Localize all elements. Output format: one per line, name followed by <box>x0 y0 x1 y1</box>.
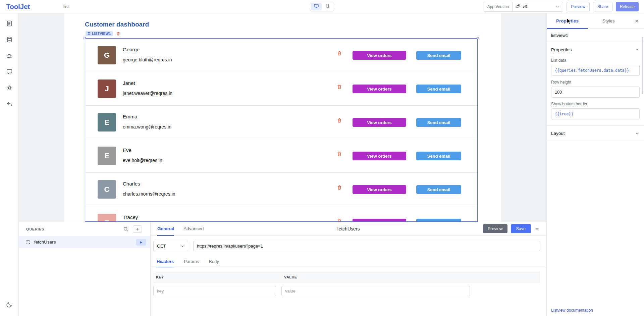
send-email-button[interactable]: Send email <box>416 118 461 127</box>
layout-section-label: Layout <box>551 131 565 136</box>
row-height-label: Row height <box>551 80 640 85</box>
send-email-button[interactable]: Send email <box>416 152 461 160</box>
version-dropdown[interactable]: v3 <box>512 2 563 12</box>
delete-row-icon[interactable] <box>337 218 342 222</box>
view-orders-button[interactable]: View orders <box>353 152 406 160</box>
chevron-up-icon <box>635 47 640 52</box>
tab-body[interactable]: Body <box>208 256 220 267</box>
tooljet-logo[interactable]: ToolJet <box>6 3 30 11</box>
row-height-input[interactable] <box>551 87 640 98</box>
customer-email: george.bluth@reqres.in <box>123 57 172 62</box>
avatar: C <box>98 180 116 199</box>
search-query-icon[interactable] <box>123 226 128 232</box>
view-orders-button[interactable]: View orders <box>353 185 406 194</box>
list-item[interactable]: E Emma emma.wong@reqres.in View orders S… <box>85 106 477 139</box>
customer-name: Tracey <box>123 214 138 220</box>
delete-widget-icon[interactable] <box>116 32 120 36</box>
list-item[interactable]: G George george.bluth@reqres.in View ord… <box>85 39 477 72</box>
delete-row-icon[interactable] <box>337 84 342 90</box>
rest-api-icon <box>25 240 31 245</box>
debugger-icon[interactable] <box>3 49 16 62</box>
listview-documentation-link[interactable]: Listview documentation <box>551 308 593 313</box>
list-item[interactable]: C Charles charles.morris@reqres.in View … <box>85 173 477 206</box>
query-preview-button[interactable]: Preview <box>483 224 507 233</box>
device-toggle <box>310 2 334 11</box>
layout-section-header[interactable]: Layout <box>547 126 644 141</box>
avatar: G <box>98 46 116 64</box>
value-input[interactable] <box>281 286 470 296</box>
add-query-button[interactable]: + <box>133 225 142 233</box>
send-email-button[interactable]: Send email <box>416 219 461 222</box>
chevron-down-icon <box>180 244 184 248</box>
version-value: v3 <box>523 4 527 9</box>
view-orders-button[interactable]: View orders <box>353 85 406 93</box>
run-query-button[interactable]: ▶ <box>136 239 146 246</box>
close-icon[interactable]: ✕ <box>629 13 644 29</box>
scrollbar-thumb[interactable] <box>642 37 643 94</box>
list-item[interactable]: J Janet janet.weaver@reqres.in View orde… <box>85 72 477 106</box>
preview-button[interactable]: Preview <box>567 2 590 11</box>
resize-handle-top-left[interactable] <box>84 37 86 39</box>
view-orders-button[interactable]: View orders <box>353 118 406 127</box>
send-email-button[interactable]: Send email <box>416 185 461 194</box>
release-button[interactable]: Release <box>616 2 639 11</box>
avatar: T <box>98 214 116 222</box>
collapse-panel-icon[interactable] <box>534 226 540 231</box>
grid-icon <box>88 32 91 36</box>
list-item[interactable]: T Tracey View orders Send email <box>85 206 477 222</box>
customer-name: Janet <box>123 80 135 86</box>
key-input[interactable] <box>153 286 276 296</box>
view-orders-button[interactable]: View orders <box>353 219 406 222</box>
customer-email: emma.wong@reqres.in <box>123 124 171 129</box>
delete-row-icon[interactable] <box>337 185 342 190</box>
customer-name: Eve <box>123 147 131 153</box>
properties-panel: Properties Styles ✕ listview1 Properties… <box>546 13 644 316</box>
show-bottom-border-input[interactable] <box>551 108 640 119</box>
method-select[interactable]: GET <box>153 241 188 251</box>
tab-general[interactable]: General <box>157 222 174 235</box>
queries-title: QUERIES <box>26 227 44 231</box>
send-email-button[interactable]: Send email <box>416 51 461 60</box>
send-email-button[interactable]: Send email <box>416 85 461 93</box>
listview-widget[interactable]: G George george.bluth@reqres.in View ord… <box>85 38 478 222</box>
query-title[interactable]: fetchUsers <box>337 226 360 231</box>
dark-mode-icon[interactable] <box>3 298 16 311</box>
url-input[interactable] <box>193 241 540 251</box>
tab-headers[interactable]: Headers <box>156 256 174 267</box>
comments-icon[interactable] <box>3 65 16 78</box>
share-button[interactable]: Share <box>593 2 612 11</box>
chevron-down-icon <box>635 131 640 136</box>
widget-config-handle: LISTVIEW1 <box>86 31 120 36</box>
tab-advanced[interactable]: Advanced <box>183 222 204 235</box>
query-list-item[interactable]: fetchUsers ▶ <box>19 236 150 248</box>
delete-row-icon[interactable] <box>337 118 342 123</box>
undo-icon[interactable] <box>3 97 16 111</box>
delete-row-icon[interactable] <box>337 51 342 56</box>
list-item[interactable]: E Eve eve.holt@reqres.in View orders Sen… <box>85 139 477 173</box>
app-name[interactable]: list <box>63 4 69 9</box>
tab-params[interactable]: Params <box>183 256 200 267</box>
settings-icon[interactable] <box>3 81 16 95</box>
view-orders-button[interactable]: View orders <box>353 51 406 60</box>
pages-icon[interactable] <box>3 17 16 30</box>
properties-fields: List data Row height Show bottom border <box>547 58 644 126</box>
app-canvas[interactable]: Customer dashboard LISTVIEW1 G George ge… <box>64 13 501 222</box>
delete-row-icon[interactable] <box>337 151 342 157</box>
mobile-layout-button[interactable] <box>322 3 333 10</box>
resize-handle-top-right[interactable] <box>477 37 479 39</box>
widget-badge-label: LISTVIEW1 <box>92 32 111 36</box>
page-title-widget[interactable]: Customer dashboard <box>85 21 149 28</box>
widget-name-badge[interactable]: LISTVIEW1 <box>86 31 113 36</box>
tab-styles[interactable]: Styles <box>588 13 629 29</box>
query-name-label: fetchUsers <box>34 240 56 245</box>
datasources-icon[interactable] <box>3 33 16 46</box>
value-column-header: VALUE <box>284 275 297 279</box>
tab-properties[interactable]: Properties <box>547 13 588 29</box>
list-data-input[interactable] <box>551 65 640 76</box>
properties-section-header[interactable]: Properties <box>547 42 644 57</box>
list-data-label: List data <box>551 58 640 63</box>
request-tabs: Headers Params Body <box>151 256 546 267</box>
desktop-layout-button[interactable] <box>311 3 322 10</box>
rocket-icon <box>516 4 520 9</box>
query-save-button[interactable]: Save <box>511 224 531 233</box>
